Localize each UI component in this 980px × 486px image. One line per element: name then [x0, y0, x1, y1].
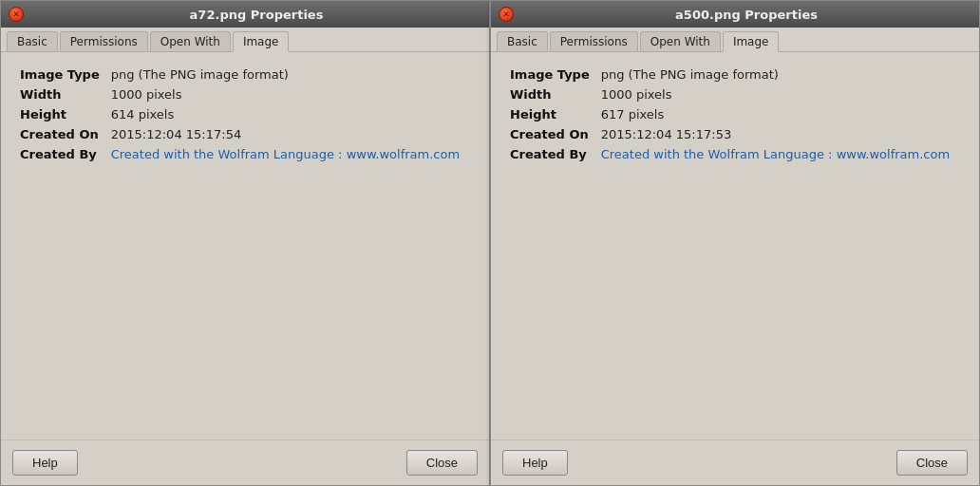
content-area-2: Image Type png (The PNG image format) Wi…	[491, 52, 979, 439]
tab-image-2[interactable]: Image	[723, 31, 780, 52]
value-imagetype-1: png (The PNG image format)	[111, 67, 470, 82]
tab-image-1[interactable]: Image	[233, 31, 290, 52]
label-imagetype-2: Image Type	[510, 67, 590, 82]
value-width-2: 1000 pixels	[601, 87, 960, 102]
tab-openwith-2[interactable]: Open With	[640, 31, 721, 51]
tab-permissions-2[interactable]: Permissions	[550, 31, 638, 51]
value-createdby-1: Created with the Wolfram Language : www.…	[111, 147, 470, 161]
window1-title: a72.png Properties	[31, 8, 481, 22]
content-area-1: Image Type png (The PNG image format) Wi…	[1, 52, 489, 439]
help-button-1[interactable]: Help	[12, 450, 78, 476]
close-button-1[interactable]: Close	[406, 450, 478, 476]
titlebar-2: ✕ a500.png Properties	[491, 1, 979, 28]
close-button-2[interactable]: Close	[896, 450, 968, 476]
value-createdon-1: 2015:12:04 15:17:54	[111, 127, 470, 141]
help-button-2[interactable]: Help	[502, 450, 568, 476]
window2: ✕ a500.png Properties Basic Permissions …	[490, 0, 980, 486]
close-icon-2[interactable]: ✕	[499, 7, 514, 22]
tab-openwith-1[interactable]: Open With	[150, 31, 231, 51]
footer-1: Help Close	[1, 439, 489, 485]
tab-basic-1[interactable]: Basic	[7, 31, 58, 51]
value-height-1: 614 pixels	[111, 107, 470, 122]
window2-title: a500.png Properties	[521, 8, 971, 22]
label-height-2: Height	[510, 107, 590, 122]
tabs-row-1: Basic Permissions Open With Image	[1, 28, 489, 52]
tab-basic-2[interactable]: Basic	[497, 31, 548, 51]
value-createdby-2: Created with the Wolfram Language : www.…	[601, 147, 960, 161]
label-width-2: Width	[510, 87, 590, 102]
property-table-1: Image Type png (The PNG image format) Wi…	[20, 67, 470, 161]
value-height-2: 617 pixels	[601, 107, 960, 122]
label-height-1: Height	[20, 107, 100, 122]
footer-2: Help Close	[491, 439, 979, 485]
value-createdon-2: 2015:12:04 15:17:53	[601, 127, 960, 141]
tabs-row-2: Basic Permissions Open With Image	[491, 28, 979, 52]
label-createdby-1: Created By	[20, 147, 100, 161]
label-createdon-1: Created On	[20, 127, 100, 141]
titlebar-1: ✕ a72.png Properties	[1, 1, 489, 28]
label-imagetype-1: Image Type	[20, 67, 100, 82]
property-table-2: Image Type png (The PNG image format) Wi…	[510, 67, 960, 161]
window1: ✕ a72.png Properties Basic Permissions O…	[0, 0, 490, 486]
label-width-1: Width	[20, 87, 100, 102]
tab-permissions-1[interactable]: Permissions	[60, 31, 148, 51]
value-imagetype-2: png (The PNG image format)	[601, 67, 960, 82]
label-createdon-2: Created On	[510, 127, 590, 141]
value-width-1: 1000 pixels	[111, 87, 470, 102]
label-createdby-2: Created By	[510, 147, 590, 161]
close-icon-1[interactable]: ✕	[9, 7, 24, 22]
